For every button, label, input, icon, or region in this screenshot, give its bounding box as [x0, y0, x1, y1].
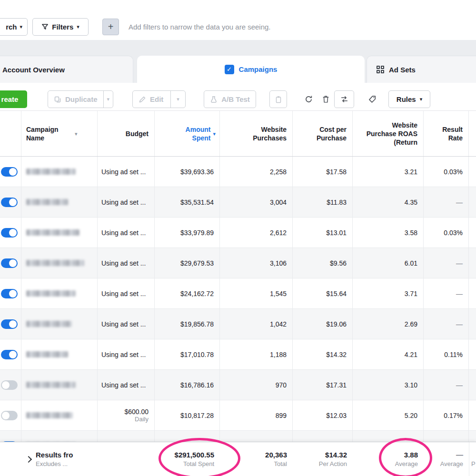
campaign-toggle[interactable] — [1, 411, 18, 420]
tag-button[interactable] — [364, 90, 381, 108]
tab-ad-sets-label: Ad Sets — [389, 66, 416, 74]
filter-bar[interactable]: rch Filters + Add filters to narrow the … — [0, 0, 476, 40]
website-purchases-cell: 970 — [220, 370, 293, 400]
toggle-cell — [0, 278, 21, 308]
budget-cell: Using ad set ... — [98, 157, 155, 187]
ab-test-button[interactable]: A/B Test — [204, 90, 256, 108]
column-header-website-purchases[interactable]: Website Purchases — [220, 111, 293, 156]
amount-spent-cell: $29,679.53 — [155, 248, 220, 278]
refresh-button[interactable] — [300, 90, 317, 108]
budget-cell: Using ad set ... — [98, 278, 155, 308]
campaign-toggle[interactable] — [1, 228, 18, 238]
budget-cell: Using ad set ... — [98, 187, 155, 217]
next-column-clipped-cell — [469, 400, 476, 430]
create-button[interactable]: reate — [0, 90, 27, 108]
cost-per-purchase-cell: $9.56 — [293, 248, 353, 278]
add-filter-button[interactable]: + — [102, 19, 119, 35]
campaigns-checkbox-icon — [225, 65, 234, 74]
expand-results-icon[interactable] — [25, 456, 32, 462]
campaign-name-cell — [21, 431, 98, 442]
campaign-name-redacted[interactable] — [26, 412, 73, 418]
search-dropdown-button[interactable]: rch — [0, 18, 28, 36]
roas-cell: 4.21 — [353, 339, 424, 369]
roas-cell: 3.71 — [353, 278, 424, 308]
column-header-campaign-name[interactable]: Campaign Name — [21, 111, 98, 156]
campaign-toggle[interactable] — [1, 289, 18, 298]
campaign-name-redacted[interactable] — [26, 382, 76, 388]
column-header-budget[interactable]: Budget — [98, 111, 155, 156]
results-label: Results fro — [36, 450, 73, 460]
delete-button[interactable] — [317, 90, 334, 108]
result-rate-cell: 0.03% — [424, 157, 469, 187]
column-header-roas[interactable]: Website Purchase ROAS (Return — [353, 111, 424, 156]
result-rate-cell: — — [424, 187, 469, 217]
cost-per-purchase-cell: $11.83 — [293, 187, 353, 217]
cost-per-purchase-cell: $13.01 — [293, 218, 353, 248]
toggle-cell — [0, 309, 21, 339]
tab-campaigns[interactable]: Campaigns — [137, 56, 365, 83]
next-column-clipped-cell — [469, 187, 476, 217]
footer-cost-per-action: $14.32 Per Action — [293, 442, 353, 476]
campaign-toggle[interactable] — [1, 380, 18, 390]
amount-spent-cell: $33,979.89 — [155, 218, 220, 248]
campaign-name-redacted[interactable] — [26, 260, 84, 266]
next-column-clipped-cell — [469, 157, 476, 187]
result-rate-cell: — — [424, 248, 469, 278]
tab-band: Account Overview Campaigns Ad Sets — [0, 40, 476, 83]
tab-account-overview[interactable]: Account Overview — [0, 56, 133, 83]
campaign-toggle[interactable] — [1, 198, 18, 207]
edit-button[interactable]: Edit — [132, 90, 186, 108]
amount-spent-cell: $35,531.54 — [155, 187, 220, 217]
campaign-name-redacted[interactable] — [26, 290, 76, 297]
campaign-name-redacted[interactable] — [26, 321, 72, 327]
result-rate-cell: — — [424, 278, 469, 308]
campaign-toggle[interactable] — [1, 350, 18, 359]
amount-spent-cell: $17,010.78 — [155, 339, 220, 369]
campaign-name-redacted[interactable] — [26, 229, 79, 236]
column-header-result-rate[interactable]: Result Rate — [424, 111, 469, 156]
summary-footer: Results fro Excludes ... $291,500.55 Tot… — [0, 442, 476, 476]
campaign-toggle[interactable] — [1, 319, 18, 329]
refresh-icon — [305, 95, 313, 103]
table-row: Using ad set ... $16,786.16 970 $17.31 3… — [0, 370, 476, 400]
footer-roas-average: 3.88 Average — [353, 442, 424, 476]
pencil-icon — [139, 96, 146, 103]
next-column-clipped-cell — [469, 278, 476, 308]
rules-button[interactable]: Rules — [388, 90, 430, 108]
duplicate-dropdown-button[interactable] — [103, 91, 113, 108]
sort-caret-icon — [213, 129, 216, 138]
column-header-toggle — [0, 111, 21, 156]
duplicate-button[interactable]: Duplicate — [48, 90, 113, 108]
footer-next-clipped: P — [469, 442, 476, 476]
campaign-name-redacted[interactable] — [26, 169, 76, 175]
budget-cell: Using ad set ... — [98, 248, 155, 278]
column-header-cost-per-purchase[interactable]: Cost per Purchase — [293, 111, 353, 156]
edit-dropdown-button[interactable] — [170, 91, 185, 108]
amount-spent-cell: $19,856.78 — [155, 309, 220, 339]
column-header-amount-spent[interactable]: Amount Spent — [155, 111, 220, 156]
campaign-toggle[interactable] — [1, 167, 18, 177]
next-column-clipped-cell — [469, 339, 476, 369]
filters-dropdown-button[interactable]: Filters — [32, 18, 89, 36]
campaign-name-redacted[interactable] — [26, 351, 68, 357]
roas-cell: 3.58 — [353, 218, 424, 248]
compare-button[interactable] — [334, 90, 354, 108]
table-row: Using ad set ... $29,679.53 3,106 $9.56 … — [0, 248, 476, 278]
amount-spent-cell: $24,162.72 — [155, 278, 220, 308]
edit-label: Edit — [150, 95, 163, 103]
website-purchases-cell: 1,188 — [220, 339, 293, 369]
clipboard-icon — [275, 96, 282, 103]
table-row: Using ad set $8,172.9 505 $16.18 0.04% — [0, 431, 476, 442]
swap-arrows-icon — [340, 95, 348, 103]
toggle-cell — [0, 157, 21, 187]
campaign-name-redacted[interactable] — [26, 199, 68, 205]
budget-cell: Using ad set ... — [98, 339, 155, 369]
cost-per-purchase-cell: $15.64 — [293, 278, 353, 308]
tab-ad-sets[interactable]: Ad Sets — [367, 56, 476, 83]
website-purchases-cell: 3,106 — [220, 248, 293, 278]
footer-purchases-total: 20,363 Total — [220, 442, 293, 476]
clipboard-button[interactable] — [269, 90, 287, 108]
footer-budget-cell — [98, 442, 155, 476]
campaign-toggle[interactable] — [1, 258, 18, 268]
campaign-name-cell — [21, 248, 98, 278]
